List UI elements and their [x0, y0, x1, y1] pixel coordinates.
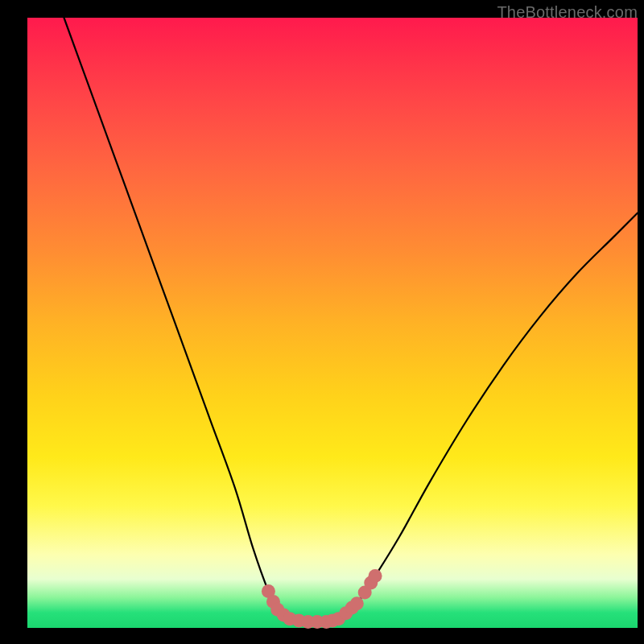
chart-frame: TheBottleneck.com — [0, 0, 644, 644]
plot-area — [27, 18, 638, 628]
chart-svg — [27, 18, 638, 628]
highlight-dots — [262, 569, 382, 629]
bottleneck-curve — [64, 18, 638, 622]
highlight-dot — [369, 569, 382, 583]
highlight-dot — [350, 597, 364, 610]
